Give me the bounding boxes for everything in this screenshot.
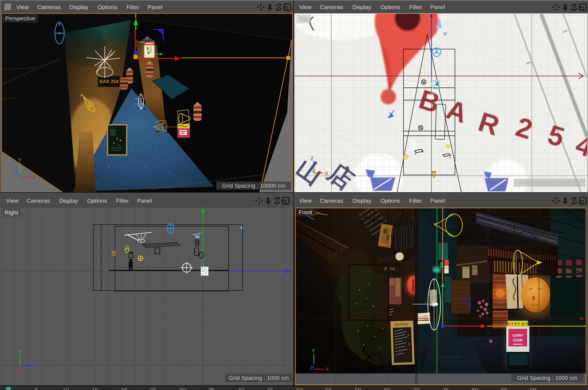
- svg-text:X: X: [17, 366, 20, 371]
- svg-text:Y: Y: [18, 349, 21, 355]
- svg-text:Y: Y: [18, 157, 21, 163]
- svg-text:Z: Z: [33, 363, 36, 369]
- svg-text:Z: Z: [310, 365, 313, 371]
- svg-text:Y: Y: [312, 348, 315, 354]
- svg-text:X: X: [32, 175, 36, 180]
- svg-text:Z: Z: [310, 156, 314, 161]
- svg-text:X: X: [325, 171, 328, 176]
- svg-text:BAR 254: BAR 254: [99, 79, 118, 84]
- svg-text:Z: Z: [15, 169, 18, 175]
- svg-text:X: X: [325, 366, 329, 372]
